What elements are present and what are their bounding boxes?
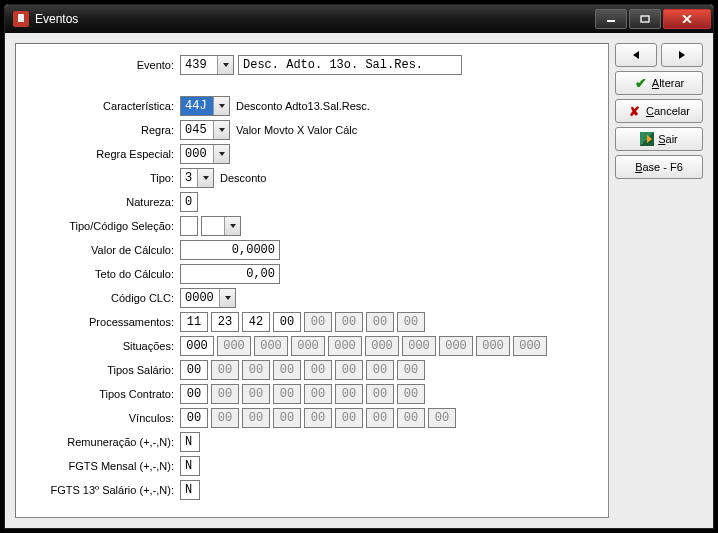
cell: 00 (397, 384, 425, 404)
sair-button[interactable]: Sair (615, 127, 703, 151)
natureza-input[interactable] (180, 192, 198, 212)
tipo-combo[interactable] (180, 168, 214, 188)
side-buttons: ✔ Alterar ✘ Cancelar Sair Base - F6 (615, 43, 703, 179)
codigo-selecao-input[interactable] (202, 217, 224, 235)
cell: 000 (513, 336, 547, 356)
minimize-button[interactable] (595, 9, 627, 29)
tipo-desc: Desconto (220, 172, 266, 184)
prev-button[interactable] (615, 43, 657, 67)
regra-code-input[interactable] (181, 121, 213, 139)
cell: 000 (476, 336, 510, 356)
regra-especial-combo[interactable] (180, 144, 230, 164)
label-natureza: Natureza: (28, 196, 180, 208)
cell: 00 (366, 312, 394, 332)
processamentos-cells: 1123420000000000 (180, 312, 425, 332)
form-panel: Evento: Característica: Desconto Adto13.… (15, 43, 609, 518)
cell[interactable]: 00 (273, 312, 301, 332)
valor-calculo-input[interactable] (180, 240, 280, 260)
codigo-clc-combo[interactable] (180, 288, 236, 308)
caracteristica-combo[interactable] (180, 96, 230, 116)
cell: 00 (273, 408, 301, 428)
titlebar: Eventos (5, 5, 713, 33)
tipo-input[interactable] (181, 169, 197, 187)
cell: 00 (304, 384, 332, 404)
dropdown-icon[interactable] (213, 97, 229, 115)
situacoes-cells: 000000000000000000000000000000 (180, 336, 547, 356)
window: Eventos Evento: Cara (4, 4, 714, 529)
fgts-13-input[interactable] (180, 480, 200, 500)
cell: 00 (335, 384, 363, 404)
cell: 00 (242, 408, 270, 428)
cell: 00 (273, 384, 301, 404)
alterar-button[interactable]: ✔ Alterar (615, 71, 703, 95)
evento-combo[interactable] (180, 55, 234, 75)
cell: 00 (428, 408, 456, 428)
fgts-mensal-input[interactable] (180, 456, 200, 476)
label-regra-especial: Regra Especial: (28, 148, 180, 160)
caracteristica-desc: Desconto Adto13.Sal.Resc. (236, 100, 370, 112)
cell: 000 (217, 336, 251, 356)
codigo-selecao-combo[interactable] (201, 216, 241, 236)
base-button[interactable]: Base - F6 (615, 155, 703, 179)
label-tipos-salario: Tipos Salário: (28, 364, 180, 376)
maximize-button[interactable] (629, 9, 661, 29)
label-fgts-13: FGTS 13º Salário (+,-,N): (28, 484, 180, 496)
regra-desc: Valor Movto X Valor Cálc (236, 124, 357, 136)
cell[interactable]: 00 (180, 408, 208, 428)
cell[interactable]: 00 (180, 384, 208, 404)
cancelar-button[interactable]: ✘ Cancelar (615, 99, 703, 123)
cell: 00 (242, 360, 270, 380)
cell: 000 (254, 336, 288, 356)
regra-especial-input[interactable] (181, 145, 213, 163)
codigo-clc-input[interactable] (181, 289, 219, 307)
cell[interactable]: 23 (211, 312, 239, 332)
label-teto-calculo: Teto do Cálculo: (28, 268, 180, 280)
cell: 00 (273, 360, 301, 380)
svg-rect-0 (607, 20, 615, 22)
cell[interactable]: 42 (242, 312, 270, 332)
cell: 00 (366, 384, 394, 404)
cell: 00 (397, 408, 425, 428)
close-button[interactable] (663, 9, 711, 29)
label-regra: Regra: (28, 124, 180, 136)
cell: 00 (242, 384, 270, 404)
evento-code-input[interactable] (181, 56, 217, 74)
cell: 00 (304, 312, 332, 332)
label-tipo-codigo-selecao: Tipo/Código Seleção: (28, 220, 180, 232)
label-evento: Evento: (28, 59, 180, 71)
evento-desc-input[interactable] (238, 55, 462, 75)
tipo-selecao-input[interactable] (180, 216, 198, 236)
cell: 00 (335, 360, 363, 380)
dropdown-icon[interactable] (217, 56, 233, 74)
teto-calculo-input[interactable] (180, 264, 280, 284)
svg-rect-1 (641, 16, 649, 22)
label-processamentos: Processamentos: (28, 316, 180, 328)
cell: 00 (304, 408, 332, 428)
cell: 00 (366, 408, 394, 428)
cell: 00 (366, 360, 394, 380)
cell: 000 (439, 336, 473, 356)
cell[interactable]: 11 (180, 312, 208, 332)
dropdown-icon[interactable] (213, 121, 229, 139)
dropdown-icon[interactable] (213, 145, 229, 163)
app-icon (13, 11, 29, 27)
cell: 00 (335, 312, 363, 332)
dropdown-icon[interactable] (219, 289, 235, 307)
caracteristica-code-input[interactable] (181, 97, 213, 115)
exit-icon (640, 132, 654, 146)
tipos-contrato-cells: 0000000000000000 (180, 384, 425, 404)
cell: 00 (211, 408, 239, 428)
cell: 000 (365, 336, 399, 356)
next-button[interactable] (661, 43, 703, 67)
cell: 00 (304, 360, 332, 380)
dropdown-icon[interactable] (224, 217, 240, 235)
cell: 00 (211, 360, 239, 380)
dropdown-icon[interactable] (197, 169, 213, 187)
x-icon: ✘ (628, 104, 642, 118)
cell[interactable]: 00 (180, 360, 208, 380)
cell[interactable]: 000 (180, 336, 214, 356)
cell: 000 (402, 336, 436, 356)
remuneracao-input[interactable] (180, 432, 200, 452)
regra-combo[interactable] (180, 120, 230, 140)
label-tipo: Tipo: (28, 172, 180, 184)
